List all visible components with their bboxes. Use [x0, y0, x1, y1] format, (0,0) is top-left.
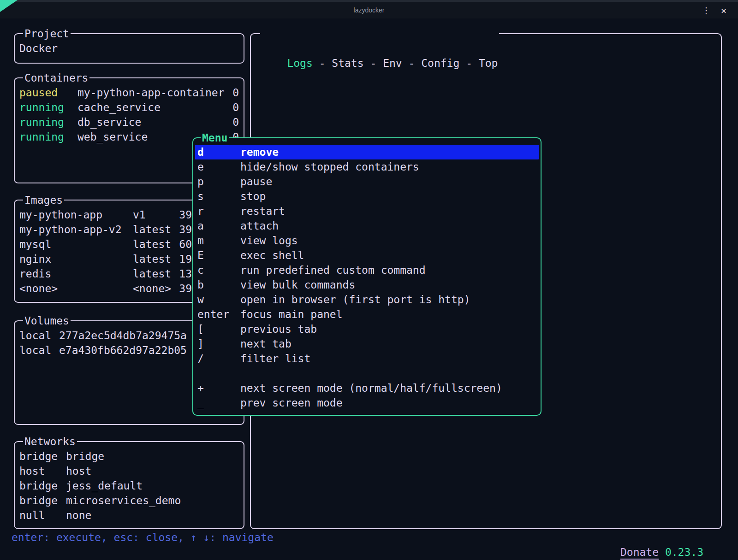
volume-driver: local	[19, 343, 59, 358]
image-tag: latest	[133, 222, 179, 237]
network-name: jess_default	[66, 478, 239, 493]
main-tab[interactable]: Env	[383, 57, 402, 69]
images-panel-title: Images	[23, 193, 64, 207]
network-row[interactable]: bridge bridge	[19, 449, 239, 464]
menu-item-key: enter	[197, 307, 240, 322]
container-name: my-python-app-container	[77, 85, 232, 100]
main-tab[interactable]: Config	[421, 57, 459, 69]
menu-item[interactable]: m view logs	[195, 233, 539, 248]
menu-item[interactable]: p pause	[195, 174, 539, 189]
menu-item-key: ]	[197, 336, 240, 351]
menu-item-label: next screen mode (normal/half/fullscreen…	[240, 381, 502, 395]
image-name: my-python-app	[19, 207, 133, 222]
window-title: lazydocker	[0, 6, 738, 15]
menu-item[interactable]: b view bulk commands	[195, 277, 539, 292]
network-name: none	[66, 508, 239, 523]
network-row[interactable]: bridge microservices_demo	[19, 493, 239, 508]
menu-item-label: prev screen mode	[240, 395, 343, 410]
menu-item-label: previous tab	[240, 322, 317, 336]
corner-fold-decoration	[0, 0, 18, 12]
network-driver: null	[19, 508, 66, 523]
image-row[interactable]: nginx latest 19	[19, 252, 192, 266]
menu-item-key: w	[197, 292, 240, 307]
container-status: running	[19, 100, 77, 115]
menu-item[interactable]: enter focus main panel	[195, 307, 539, 322]
menu-item-key: E	[197, 248, 240, 263]
project-panel-title: Project	[23, 26, 71, 41]
project-panel[interactable]: Project Docker	[14, 33, 244, 64]
menu-item-label: stop	[240, 189, 266, 204]
lazydocker-app: lazydocker ⋮ × Project Docker Containers…	[0, 0, 738, 560]
project-name[interactable]: Docker	[19, 41, 239, 56]
window-menu-icon[interactable]: ⋮	[698, 3, 714, 18]
networks-panel: Networks bridge bridge host host bridge …	[14, 441, 244, 529]
menu-item-key: r	[197, 204, 240, 218]
network-row[interactable]: null none	[19, 508, 239, 523]
container-row[interactable]: paused my-python-app-container 0	[19, 85, 239, 100]
menu-item[interactable]: / filter list	[195, 351, 539, 366]
menu-item[interactable]	[195, 366, 539, 381]
menu-item[interactable]: w open in browser (first port is http)	[195, 292, 539, 307]
menu-item-label: remove	[240, 145, 279, 159]
window-close-icon[interactable]: ×	[716, 3, 732, 18]
network-driver: bridge	[19, 478, 66, 493]
window-titlebar: lazydocker ⋮ ×	[0, 0, 738, 18]
image-tag: v1	[133, 207, 179, 222]
menu-item[interactable]: a attach	[195, 218, 539, 233]
menu-item-key: +	[197, 381, 240, 395]
image-row[interactable]: mysql latest 60	[19, 237, 192, 252]
volumes-panel-title: Volumes	[23, 313, 71, 328]
menu-item-label: view bulk commands	[240, 277, 355, 292]
image-size: 13	[179, 266, 192, 281]
donate-link[interactable]: Donate	[620, 546, 659, 558]
keybinding-hint: enter: execute, esc: close, ↑ ↓: navigat…	[12, 530, 274, 545]
menu-item[interactable]: c run predefined custom command	[195, 263, 539, 277]
menu-item[interactable]: e hide/show stopped containers	[195, 159, 539, 174]
image-name: mysql	[19, 237, 133, 252]
menu-item-label: attach	[240, 218, 279, 233]
main-tab[interactable]: Stats	[332, 57, 363, 69]
menu-item-key: d	[197, 145, 240, 159]
image-row[interactable]: my-python-app v1 39	[19, 207, 192, 222]
menu-item-key: [	[197, 322, 240, 336]
image-size: 60	[179, 237, 192, 252]
networks-panel-title: Networks	[23, 434, 77, 449]
image-size: 39	[179, 281, 192, 296]
menu-item-label: hide/show stopped containers	[240, 159, 419, 174]
container-row[interactable]: running db_service 0	[19, 115, 239, 130]
network-name: bridge	[66, 449, 239, 464]
image-row[interactable]: redis latest 13	[19, 266, 192, 281]
image-tag: latest	[133, 237, 179, 252]
image-name: my-python-app-v2	[19, 222, 133, 237]
version-label: 0.23.3	[665, 546, 703, 558]
container-name: cache_service	[77, 100, 232, 115]
menu-item-label: next tab	[240, 336, 292, 351]
menu-item-key: e	[197, 159, 240, 174]
main-tab[interactable]: Top	[479, 57, 498, 69]
network-row[interactable]: host host	[19, 464, 239, 478]
image-tag: latest	[133, 266, 179, 281]
menu-item[interactable]: [ previous tab	[195, 322, 539, 336]
menu-item[interactable]: _ prev screen mode	[195, 395, 539, 410]
status-bar: enter: execute, esc: close, ↑ ↓: navigat…	[0, 530, 738, 546]
container-status: running	[19, 115, 77, 130]
image-size: 39	[179, 207, 192, 222]
main-tab[interactable]: Logs	[287, 57, 312, 69]
containers-panel-title: Containers	[23, 71, 89, 85]
menu-item-label: focus main panel	[240, 307, 343, 322]
main-panel-tabs: Logs - Stats - Env - Config - Top	[260, 26, 499, 71]
menu-item-key: _	[197, 395, 240, 410]
menu-item[interactable]: + next screen mode (normal/half/fullscre…	[195, 381, 539, 395]
container-cpu-value: 0	[232, 85, 239, 100]
image-row[interactable]: <none> <none> 39	[19, 281, 192, 296]
image-name: <none>	[19, 281, 133, 296]
menu-item[interactable]: E exec shell	[195, 248, 539, 263]
menu-item[interactable]: s stop	[195, 189, 539, 204]
container-row[interactable]: running cache_service 0	[19, 100, 239, 115]
network-row[interactable]: bridge jess_default	[19, 478, 239, 493]
menu-item-label: exec shell	[240, 248, 304, 263]
menu-item[interactable]: d remove	[195, 145, 539, 159]
menu-item[interactable]: r restart	[195, 204, 539, 218]
image-row[interactable]: my-python-app-v2 latest 39	[19, 222, 192, 237]
menu-item[interactable]: ] next tab	[195, 336, 539, 351]
